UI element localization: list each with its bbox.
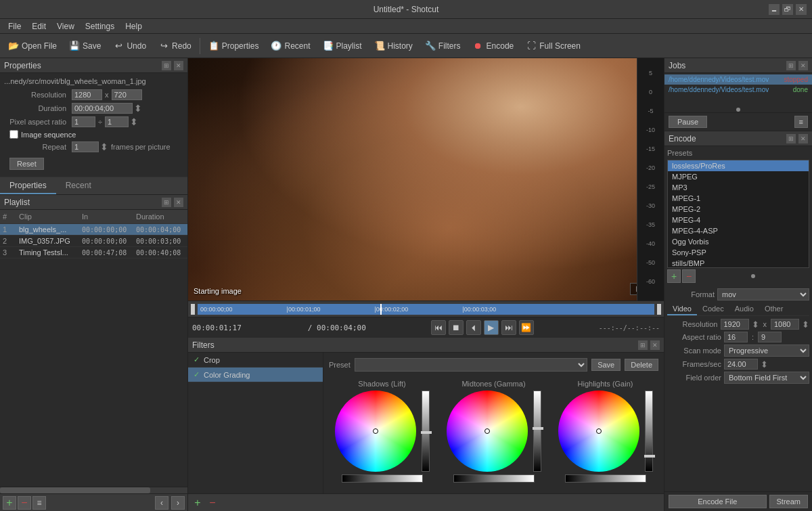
midtones-vertical-slider[interactable]	[533, 391, 541, 472]
filter-item-crop[interactable]: ✓ Crop	[188, 353, 323, 368]
duration-spinner[interactable]: ⬍	[134, 103, 142, 114]
resolution-h-spinner[interactable]: ⬍	[802, 319, 809, 330]
menu-help[interactable]: Help	[120, 20, 148, 32]
encode-tab-other[interactable]: Other	[759, 303, 789, 315]
history-button[interactable]: 📜 History	[369, 37, 418, 55]
encode-file-button[interactable]: Encode File	[669, 495, 767, 508]
midtones-slider-thumb[interactable]	[533, 427, 543, 430]
menu-file[interactable]: File	[3, 20, 26, 32]
midtones-color-wheel[interactable]	[447, 391, 528, 472]
format-select[interactable]: mov	[717, 288, 809, 301]
encode-resolution-h[interactable]	[771, 319, 799, 330]
encode-float-button[interactable]: ⊞	[786, 134, 796, 143]
encode-button[interactable]: ⏺ Encode	[468, 37, 520, 55]
preset-save-button[interactable]: Save	[591, 359, 621, 371]
preset-add-button[interactable]: +	[667, 269, 681, 283]
encode-aspect-h[interactable]	[758, 332, 782, 342]
step-forward-button[interactable]: ⏭	[501, 320, 516, 335]
timeline-bar[interactable]: 00:00:00;00 |00:00:01;00 |00:00:02;00 |0…	[188, 301, 664, 317]
encode-scan-select[interactable]: Progressive	[724, 345, 809, 357]
window-controls[interactable]: 🗕 🗗 ✕	[769, 4, 807, 15]
encode-fps-input[interactable]	[724, 359, 758, 370]
preset-item-ogg[interactable]: Ogg Vorbis	[668, 236, 809, 247]
recent-button[interactable]: 🕐 Recent	[265, 37, 315, 55]
highlights-slider-thumb[interactable]	[644, 455, 655, 458]
playlist-close-button[interactable]: ✕	[174, 198, 183, 207]
resolution-height-input[interactable]	[112, 89, 142, 100]
playlist-prev-button[interactable]: ‹	[155, 496, 168, 510]
timeline-start-handle[interactable]	[191, 304, 195, 315]
encode-resolution-w[interactable]	[721, 319, 749, 330]
timeline-playhead[interactable]	[380, 304, 382, 315]
tab-recent[interactable]: Recent	[56, 178, 101, 194]
encode-aspect-w[interactable]	[724, 332, 748, 342]
reset-button[interactable]: Reset	[9, 158, 44, 170]
pause-button[interactable]: Pause	[669, 116, 707, 128]
save-button[interactable]: 💾 Save	[64, 37, 106, 55]
job-item-2[interactable]: /home/ddennedy/Videos/test.mov done	[664, 85, 812, 95]
menu-edit[interactable]: Edit	[26, 20, 51, 32]
highlights-vertical-slider[interactable]	[645, 391, 653, 472]
preset-item-mpeg4[interactable]: MPEG-4	[668, 215, 809, 225]
playlist-next-button[interactable]: ›	[171, 496, 185, 510]
pixel-aspect-spinner[interactable]: ⬍	[130, 116, 138, 127]
shadows-color-wheel[interactable]	[335, 391, 416, 472]
playlist-row-2[interactable]: 2 IMG_0357.JPG 00:00:00;00 00:00:03;00	[0, 236, 187, 247]
preset-item-lossless[interactable]: lossless/ProRes	[668, 160, 809, 171]
preset-delete-button[interactable]: Delete	[625, 359, 658, 371]
image-sequence-checkbox[interactable]	[9, 130, 18, 139]
stream-button[interactable]: Stream	[769, 495, 808, 508]
duration-input[interactable]	[72, 103, 133, 114]
highlights-wheel-cursor[interactable]	[596, 428, 602, 434]
shadows-slider-thumb[interactable]	[421, 431, 432, 434]
encode-tab-codec[interactable]: Codec	[697, 303, 729, 315]
preset-item-mpeg2[interactable]: MPEG-2	[668, 204, 809, 215]
highlights-color-wheel[interactable]	[558, 391, 639, 472]
panel-float-button[interactable]: ⊞	[162, 61, 171, 70]
playlist-button[interactable]: 📑 Playlist	[317, 37, 367, 55]
encode-tab-video[interactable]: Video	[667, 303, 697, 315]
filters-button[interactable]: 🔧 Filters	[420, 37, 466, 55]
jobs-float-button[interactable]: ⊞	[786, 61, 796, 70]
filters-close-button[interactable]: ✕	[650, 340, 660, 350]
step-back-button[interactable]: ⏹	[449, 320, 464, 335]
timeline-end-handle[interactable]	[657, 304, 661, 315]
encode-tab-audio[interactable]: Audio	[729, 303, 759, 315]
properties-button[interactable]: 📋 Properties	[203, 37, 265, 55]
midtones-wheel-cursor[interactable]	[484, 428, 490, 434]
preset-item-mjpeg[interactable]: MJPEG	[668, 171, 809, 182]
panel-close-button[interactable]: ✕	[174, 61, 183, 70]
shadows-wheel-cursor[interactable]	[373, 428, 378, 434]
maximize-button[interactable]: 🗗	[782, 4, 793, 15]
presets-list[interactable]: lossless/ProRes MJPEG MP3 MPEG-1 MPEG-2 …	[667, 160, 809, 268]
playlist-remove-button[interactable]: −	[18, 496, 31, 510]
play-button[interactable]: ▶	[484, 320, 499, 335]
jobs-menu-button[interactable]: ≡	[794, 116, 808, 128]
preset-item-mp3[interactable]: MP3	[668, 182, 809, 193]
filter-remove-button[interactable]: −	[206, 496, 219, 510]
encode-field-select[interactable]: Bottom Field First	[724, 372, 809, 384]
encode-close-button[interactable]: ✕	[798, 134, 808, 143]
tab-properties[interactable]: Properties	[0, 178, 56, 194]
shadows-vertical-slider[interactable]	[422, 391, 430, 472]
open-file-button[interactable]: 📂 Open File	[3, 37, 62, 55]
pixel-aspect-w-input[interactable]	[72, 116, 95, 127]
preset-item-sony[interactable]: Sony-PSP	[668, 247, 809, 258]
highlights-horizontal-slider[interactable]	[565, 474, 646, 483]
playlist-horizontal-scrollbar[interactable]	[0, 487, 187, 493]
preset-item-mpeg4-asp[interactable]: MPEG-4-ASP	[668, 225, 809, 236]
fullscreen-button[interactable]: ⛶ Full Screen	[520, 37, 586, 55]
close-button[interactable]: ✕	[796, 4, 807, 15]
undo-button[interactable]: ↩ Undo	[108, 37, 152, 55]
resolution-w-spinner[interactable]: ⬍	[752, 319, 759, 330]
filters-float-button[interactable]: ⊞	[638, 340, 648, 350]
redo-button[interactable]: ↪ Redo	[153, 37, 197, 55]
repeat-spinner[interactable]: ⬍	[100, 141, 108, 152]
filter-item-color-grading[interactable]: ✓ Color Grading	[188, 368, 323, 382]
menu-settings[interactable]: Settings	[80, 20, 120, 32]
job-item-1[interactable]: /home/ddennedy/Videos/test.mov stopped	[664, 74, 812, 85]
skip-to-start-button[interactable]: ⏮	[431, 320, 446, 335]
play-back-button[interactable]: ⏴	[466, 320, 481, 335]
skip-to-end-button[interactable]: ⏩	[519, 320, 534, 335]
preset-item-bmp[interactable]: stills/BMP	[668, 258, 809, 268]
